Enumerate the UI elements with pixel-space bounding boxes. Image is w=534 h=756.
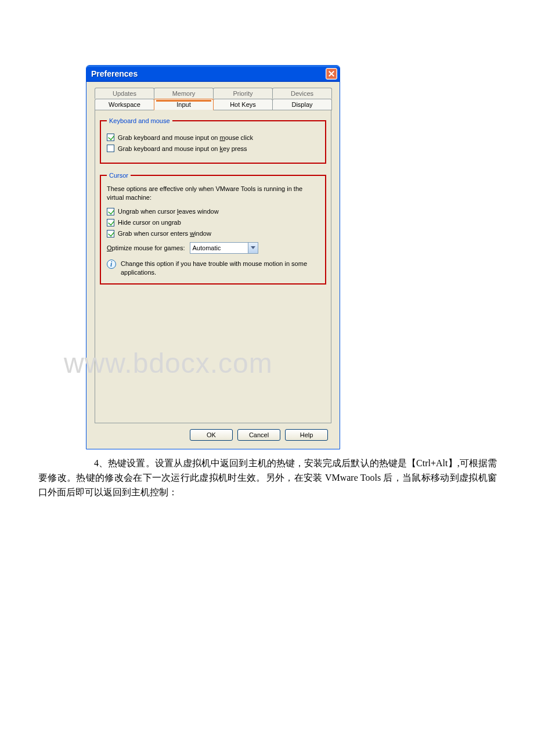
- preferences-dialog: Preferences Updates Memory Priority Devi…: [86, 65, 340, 449]
- titlebar-text: Preferences: [91, 69, 138, 78]
- info-icon: [107, 260, 116, 269]
- tab-memory[interactable]: Memory: [154, 88, 214, 99]
- checkbox-label: Grab when cursor enters window: [118, 230, 211, 237]
- tab-input[interactable]: Input: [154, 99, 214, 110]
- checkbox-grab-on-mouse-click[interactable]: Grab keyboard and mouse input on mouse c…: [107, 134, 319, 141]
- group-keyboard-mouse: Keyboard and mouse Grab keyboard and mou…: [100, 117, 326, 164]
- checkbox-label: Grab keyboard and mouse input on key pre…: [118, 145, 247, 152]
- help-button[interactable]: Help: [285, 429, 328, 441]
- tab-devices[interactable]: Devices: [272, 88, 332, 99]
- checkbox-icon[interactable]: [107, 208, 114, 215]
- checkbox-icon[interactable]: [107, 145, 114, 152]
- info-row: Change this option if you have trouble w…: [107, 260, 319, 277]
- tab-row-back: Updates Memory Priority Devices: [95, 88, 331, 99]
- checkbox-icon[interactable]: [107, 230, 114, 237]
- group-cursor: Cursor These options are effective only …: [100, 172, 326, 285]
- legend-cursor: Cursor: [107, 172, 131, 179]
- cursor-note: These options are effective only when VM…: [107, 185, 319, 202]
- optimize-mouse-combobox[interactable]: Automatic: [190, 242, 258, 254]
- checkbox-grab-enters-window[interactable]: Grab when cursor enters window: [107, 230, 319, 237]
- checkbox-hide-cursor-on-ungrab[interactable]: Hide cursor on ungrab: [107, 219, 319, 226]
- info-text: Change this option if you have trouble w…: [121, 260, 319, 277]
- tab-priority[interactable]: Priority: [213, 88, 273, 99]
- caption-paragraph: 4、热键设置。设置从虚拟机中返回到主机的热键，安装完成后默认的热键是【Ctrl+…: [38, 456, 497, 499]
- close-icon[interactable]: [326, 68, 337, 80]
- tab-hotkeys[interactable]: Hot Keys: [213, 99, 273, 110]
- checkbox-ungrab-leaves-window[interactable]: Ungrab when cursor leaves window: [107, 208, 319, 215]
- checkbox-icon[interactable]: [107, 219, 114, 226]
- checkbox-label: Ungrab when cursor leaves window: [118, 208, 219, 215]
- tab-workspace[interactable]: Workspace: [95, 99, 154, 110]
- checkbox-grab-on-key-press[interactable]: Grab keyboard and mouse input on key pre…: [107, 145, 319, 152]
- combobox-value: Automatic: [190, 244, 248, 251]
- checkbox-label: Grab keyboard and mouse input on mouse c…: [118, 134, 253, 141]
- dialog-buttons: OK Cancel Help: [95, 423, 331, 441]
- tab-display[interactable]: Display: [272, 99, 332, 110]
- tab-panel-input: Keyboard and mouse Grab keyboard and mou…: [95, 110, 331, 423]
- checkbox-label: Hide cursor on ungrab: [118, 219, 181, 226]
- checkbox-icon[interactable]: [107, 134, 114, 141]
- tab-row-front: Workspace Input Hot Keys Display: [95, 99, 331, 110]
- optimize-mouse-row: Optimize mouse for games: Automatic: [107, 242, 319, 254]
- tab-updates[interactable]: Updates: [95, 88, 154, 99]
- titlebar[interactable]: Preferences: [86, 66, 340, 82]
- ok-button[interactable]: OK: [190, 429, 233, 441]
- optimize-mouse-label: Optimize mouse for games:: [107, 244, 185, 251]
- chevron-down-icon[interactable]: [248, 243, 258, 253]
- legend-keyboard-mouse: Keyboard and mouse: [107, 117, 172, 124]
- cancel-button[interactable]: Cancel: [237, 429, 280, 441]
